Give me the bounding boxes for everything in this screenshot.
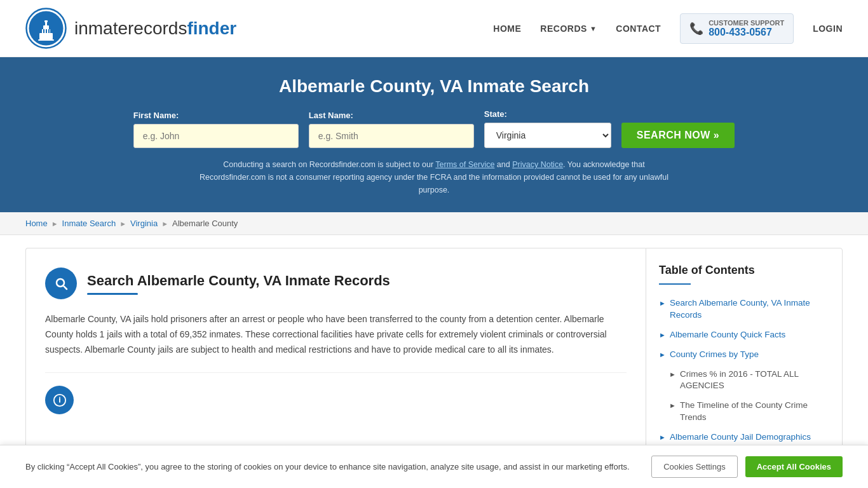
chevron-icon-4: ► xyxy=(669,370,676,378)
section-title: Search Albemarle County, VA Inmate Recor… xyxy=(87,273,390,289)
breadcrumb-sep-2: ► xyxy=(119,220,126,227)
cookie-text: By clicking “Accept All Cookies”, you ag… xyxy=(25,461,632,473)
accept-all-cookies-button[interactable]: Accept All Cookies xyxy=(745,456,843,475)
chevron-icon-1: ► xyxy=(659,299,666,307)
terms-of-service-link[interactable]: Terms of Service xyxy=(435,160,494,169)
chevron-icon-3: ► xyxy=(659,351,666,358)
toc-item-1: ► Search Albemarle County, VA Inmate Rec… xyxy=(659,295,829,324)
search-hero: Albemarle County, VA Inmate Search First… xyxy=(0,57,868,212)
section-title-area: Search Albemarle County, VA Inmate Recor… xyxy=(87,273,390,295)
nav-home[interactable]: HOME xyxy=(493,24,521,34)
search-form: First Name: Last Name: State: Virginia A… xyxy=(25,109,843,148)
toc-title: Table of Contents xyxy=(659,264,829,277)
chevron-icon-5: ► xyxy=(669,402,676,409)
cookie-actions: Cookies Settings Accept All Cookies xyxy=(651,456,843,475)
support-info: CUSTOMER SUPPORT 800-433-0567 xyxy=(709,19,784,38)
search-now-button[interactable]: SEARCH NOW » xyxy=(621,123,735,148)
privacy-notice-link[interactable]: Privacy Notice xyxy=(512,160,563,169)
chevron-down-icon: ▼ xyxy=(590,25,597,32)
svg-rect-9 xyxy=(46,29,47,33)
hero-title: Albemarle County, VA Inmate Search xyxy=(25,76,843,97)
breadcrumb: Home ► Inmate Search ► Virginia ► Albema… xyxy=(0,212,868,235)
info-icon xyxy=(53,393,67,407)
toc-link-6[interactable]: Albemarle County Jail Demographics xyxy=(670,431,811,444)
first-name-label: First Name: xyxy=(133,111,179,120)
svg-rect-8 xyxy=(43,29,44,33)
state-group: State: Virginia Alabama Alaska Arizona C… xyxy=(484,109,611,148)
state-label: State: xyxy=(484,109,507,119)
first-name-input[interactable] xyxy=(133,124,299,148)
customer-support-box: 📞 CUSTOMER SUPPORT 800-433-0567 xyxy=(680,13,794,44)
svg-rect-2 xyxy=(39,33,53,39)
section-2-icon xyxy=(45,386,74,414)
logo-text: inmaterecordsfinder xyxy=(74,18,236,39)
last-name-input[interactable] xyxy=(309,124,474,148)
last-name-label: Last Name: xyxy=(309,111,353,120)
state-select[interactable]: Virginia Alabama Alaska Arizona Californ… xyxy=(484,123,611,148)
search-icon xyxy=(53,276,69,291)
svg-rect-12 xyxy=(38,39,54,41)
chevron-icon-2: ► xyxy=(659,331,666,339)
chevron-icon-6: ► xyxy=(659,433,666,441)
search-icon-circle xyxy=(45,268,77,299)
svg-rect-5 xyxy=(45,22,47,26)
section-2-partial xyxy=(45,372,627,414)
main-nav: HOME RECORDS ▼ CONTACT 📞 CUSTOMER SUPPOR… xyxy=(493,13,843,44)
svg-rect-10 xyxy=(48,29,50,33)
toc-divider xyxy=(659,283,691,285)
toc-link-4[interactable]: Crimes % in 2016 - TOTAL ALL AGENCIES xyxy=(680,369,829,393)
toc-item-2: ► Albemarle County Quick Facts xyxy=(659,327,829,344)
breadcrumb-inmate-search[interactable]: Inmate Search xyxy=(62,219,116,228)
nav-contact[interactable]: CONTACT xyxy=(616,24,661,34)
last-name-group: Last Name: xyxy=(309,111,474,148)
breadcrumb-sep-3: ► xyxy=(161,220,168,227)
nav-login[interactable]: LOGIN xyxy=(813,24,843,34)
svg-rect-11 xyxy=(50,29,51,33)
first-name-group: First Name: xyxy=(133,111,299,148)
svg-rect-4 xyxy=(43,25,49,30)
toc-link-2[interactable]: Albemarle County Quick Facts xyxy=(670,329,785,341)
breadcrumb-sep-1: ► xyxy=(51,220,58,227)
toc-link-3[interactable]: County Crimes by Type xyxy=(670,349,759,361)
main-content: Search Albemarle County, VA Inmate Recor… xyxy=(0,235,868,475)
logo[interactable]: inmaterecordsfinder xyxy=(25,8,236,49)
svg-rect-7 xyxy=(41,29,42,33)
svg-rect-6 xyxy=(44,20,48,22)
toc-item-3: ► County Crimes by Type xyxy=(659,346,829,363)
toc-link-5[interactable]: The Timeline of the County Crime Trends xyxy=(680,400,829,424)
breadcrumb-state[interactable]: Virginia xyxy=(130,219,158,228)
toc-list: ► Search Albemarle County, VA Inmate Rec… xyxy=(659,295,829,446)
nav-records[interactable]: RECORDS ▼ xyxy=(540,24,597,34)
phone-icon: 📞 xyxy=(689,22,703,36)
toc-item-6: ► Albemarle County Jail Demographics xyxy=(659,429,829,446)
content-right: Table of Contents ► Search Albemarle Cou… xyxy=(646,248,843,462)
section-heading: Search Albemarle County, VA Inmate Recor… xyxy=(45,268,627,299)
svg-point-15 xyxy=(59,396,60,398)
breadcrumb-home[interactable]: Home xyxy=(25,219,48,228)
section-body: Albemarle County, VA jails hold prisoner… xyxy=(45,312,627,357)
cookie-banner: By clicking “Accept All Cookies”, you ag… xyxy=(0,445,868,475)
toc-link-1[interactable]: Search Albemarle County, VA Inmate Recor… xyxy=(670,297,829,322)
section-title-underline xyxy=(87,293,138,295)
toc-item-4: ► Crimes % in 2016 - TOTAL ALL AGENCIES xyxy=(669,366,829,395)
content-left: Search Albemarle County, VA Inmate Recor… xyxy=(25,248,646,462)
toc-sub-list: ► Crimes % in 2016 - TOTAL ALL AGENCIES … xyxy=(659,366,829,427)
breadcrumb-county: Albemarle County xyxy=(172,219,238,228)
toc-item-5: ► The Timeline of the County Crime Trend… xyxy=(669,397,829,426)
logo-icon xyxy=(25,8,67,49)
disclaimer-text: Conducting a search on Recordsfinder.com… xyxy=(196,158,672,196)
cookies-settings-button[interactable]: Cookies Settings xyxy=(651,456,738,475)
site-header: inmaterecordsfinder HOME RECORDS ▼ CONTA… xyxy=(0,0,868,57)
